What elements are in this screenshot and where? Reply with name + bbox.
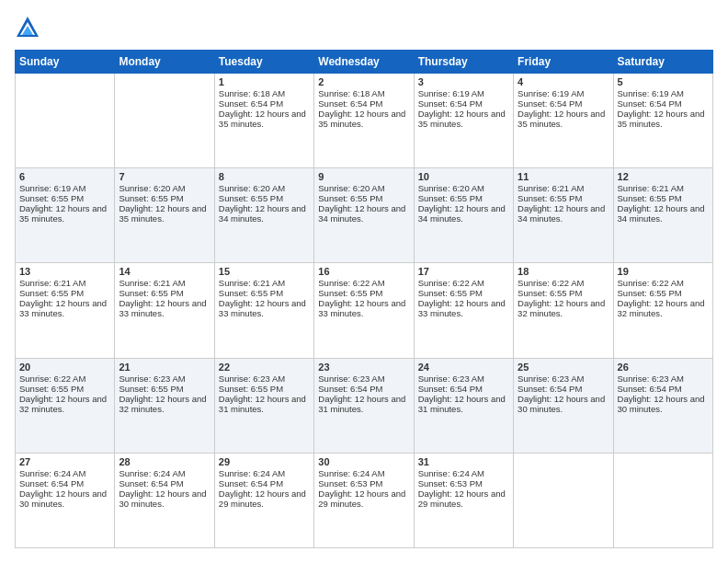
calendar-cell: 3Sunrise: 6:19 AMSunset: 6:54 PMDaylight… (414, 74, 513, 168)
sunset-text: Sunset: 6:55 PM (318, 288, 409, 298)
sunrise-text: Sunrise: 6:22 AM (418, 278, 509, 288)
sunrise-text: Sunrise: 6:24 AM (19, 468, 110, 478)
day-number: 21 (119, 362, 210, 373)
calendar-header-saturday: Saturday (613, 51, 712, 74)
calendar-cell: 18Sunrise: 6:22 AMSunset: 6:55 PMDayligh… (514, 263, 613, 358)
daylight-text: Daylight: 12 hours and 32 minutes. (518, 298, 609, 318)
daylight-text: Daylight: 12 hours and 33 minutes. (219, 298, 310, 318)
sunset-text: Sunset: 6:55 PM (19, 288, 110, 298)
sunset-text: Sunset: 6:54 PM (19, 478, 110, 488)
sunrise-text: Sunrise: 6:23 AM (518, 373, 609, 384)
day-number: 31 (418, 456, 509, 467)
sunset-text: Sunset: 6:54 PM (518, 384, 609, 394)
daylight-text: Daylight: 12 hours and 34 minutes. (518, 203, 609, 224)
sunset-text: Sunset: 6:55 PM (318, 193, 409, 203)
calendar-cell: 16Sunrise: 6:22 AMSunset: 6:55 PMDayligh… (314, 263, 414, 358)
sunset-text: Sunset: 6:55 PM (219, 384, 310, 394)
sunrise-text: Sunrise: 6:23 AM (219, 373, 310, 384)
sunset-text: Sunset: 6:53 PM (318, 478, 409, 488)
sunset-text: Sunset: 6:55 PM (19, 193, 110, 203)
sunset-text: Sunset: 6:55 PM (518, 288, 609, 298)
calendar-cell: 27Sunrise: 6:24 AMSunset: 6:54 PMDayligh… (16, 453, 115, 547)
calendar-cell: 1Sunrise: 6:18 AMSunset: 6:54 PMDaylight… (214, 74, 313, 168)
calendar-cell: 10Sunrise: 6:20 AMSunset: 6:55 PMDayligh… (414, 168, 513, 263)
sunset-text: Sunset: 6:54 PM (119, 478, 210, 488)
calendar-header-friday: Friday (514, 51, 613, 74)
calendar-cell (16, 74, 115, 168)
day-number: 8 (219, 171, 310, 182)
sunset-text: Sunset: 6:55 PM (19, 384, 110, 394)
sunset-text: Sunset: 6:55 PM (418, 193, 509, 203)
calendar-header-row: SundayMondayTuesdayWednesdayThursdayFrid… (16, 51, 713, 74)
sunrise-text: Sunrise: 6:20 AM (318, 183, 409, 193)
calendar-week-1: 1Sunrise: 6:18 AMSunset: 6:54 PMDaylight… (16, 74, 713, 168)
calendar-cell: 31Sunrise: 6:24 AMSunset: 6:53 PMDayligh… (414, 453, 513, 547)
day-number: 17 (418, 266, 509, 277)
sunset-text: Sunset: 6:54 PM (219, 98, 310, 109)
day-number: 2 (318, 76, 409, 87)
sunset-text: Sunset: 6:54 PM (418, 384, 509, 394)
calendar-cell: 11Sunrise: 6:21 AMSunset: 6:55 PMDayligh… (514, 168, 613, 263)
sunrise-text: Sunrise: 6:19 AM (19, 183, 110, 193)
calendar-cell: 8Sunrise: 6:20 AMSunset: 6:55 PMDaylight… (214, 168, 313, 263)
calendar-cell: 5Sunrise: 6:19 AMSunset: 6:54 PMDaylight… (613, 74, 712, 168)
sunset-text: Sunset: 6:54 PM (418, 98, 509, 109)
day-number: 14 (119, 266, 210, 277)
day-number: 26 (618, 362, 709, 373)
sunset-text: Sunset: 6:54 PM (219, 478, 310, 488)
calendar-cell: 12Sunrise: 6:21 AMSunset: 6:55 PMDayligh… (613, 168, 712, 263)
calendar-cell: 25Sunrise: 6:23 AMSunset: 6:54 PMDayligh… (514, 358, 613, 453)
sunset-text: Sunset: 6:55 PM (418, 288, 509, 298)
calendar-cell: 7Sunrise: 6:20 AMSunset: 6:55 PMDaylight… (115, 168, 214, 263)
daylight-text: Daylight: 12 hours and 33 minutes. (418, 298, 509, 318)
day-number: 1 (219, 76, 310, 87)
sunrise-text: Sunrise: 6:20 AM (119, 183, 210, 193)
calendar-week-3: 13Sunrise: 6:21 AMSunset: 6:55 PMDayligh… (16, 263, 713, 358)
calendar-cell: 13Sunrise: 6:21 AMSunset: 6:55 PMDayligh… (16, 263, 115, 358)
sunrise-text: Sunrise: 6:22 AM (518, 278, 609, 288)
daylight-text: Daylight: 12 hours and 33 minutes. (119, 298, 210, 318)
daylight-text: Daylight: 12 hours and 33 minutes. (318, 298, 409, 318)
calendar-week-4: 20Sunrise: 6:22 AMSunset: 6:55 PMDayligh… (16, 358, 713, 453)
calendar-cell: 29Sunrise: 6:24 AMSunset: 6:54 PMDayligh… (214, 453, 313, 547)
day-number: 4 (518, 76, 609, 87)
daylight-text: Daylight: 12 hours and 29 minutes. (219, 488, 310, 509)
calendar-cell: 9Sunrise: 6:20 AMSunset: 6:55 PMDaylight… (314, 168, 414, 263)
daylight-text: Daylight: 12 hours and 30 minutes. (618, 394, 709, 414)
day-number: 25 (518, 362, 609, 373)
daylight-text: Daylight: 12 hours and 34 minutes. (219, 203, 310, 224)
calendar-cell: 6Sunrise: 6:19 AMSunset: 6:55 PMDaylight… (16, 168, 115, 263)
sunrise-text: Sunrise: 6:21 AM (618, 183, 709, 193)
calendar-cell: 26Sunrise: 6:23 AMSunset: 6:54 PMDayligh… (613, 358, 712, 453)
daylight-text: Daylight: 12 hours and 35 minutes. (518, 109, 609, 129)
daylight-text: Daylight: 12 hours and 35 minutes. (618, 109, 709, 129)
sunrise-text: Sunrise: 6:19 AM (418, 88, 509, 98)
sunrise-text: Sunrise: 6:21 AM (518, 183, 609, 193)
daylight-text: Daylight: 12 hours and 29 minutes. (318, 488, 409, 509)
daylight-text: Daylight: 12 hours and 30 minutes. (119, 488, 210, 509)
sunrise-text: Sunrise: 6:21 AM (219, 278, 310, 288)
sunrise-text: Sunrise: 6:18 AM (318, 88, 409, 98)
sunset-text: Sunset: 6:55 PM (518, 193, 609, 203)
calendar-header-tuesday: Tuesday (214, 51, 313, 74)
daylight-text: Daylight: 12 hours and 32 minutes. (119, 394, 210, 414)
daylight-text: Daylight: 12 hours and 34 minutes. (318, 203, 409, 224)
day-number: 24 (418, 362, 509, 373)
sunrise-text: Sunrise: 6:21 AM (19, 278, 110, 288)
day-number: 7 (119, 171, 210, 182)
calendar-cell (514, 453, 613, 547)
sunrise-text: Sunrise: 6:20 AM (418, 183, 509, 193)
calendar-header-sunday: Sunday (16, 51, 115, 74)
calendar-header-thursday: Thursday (414, 51, 513, 74)
day-number: 20 (19, 362, 110, 373)
day-number: 11 (518, 171, 609, 182)
sunrise-text: Sunrise: 6:23 AM (318, 373, 409, 384)
sunrise-text: Sunrise: 6:24 AM (418, 468, 509, 478)
sunset-text: Sunset: 6:55 PM (119, 384, 210, 394)
day-number: 10 (418, 171, 509, 182)
day-number: 3 (418, 76, 509, 87)
day-number: 28 (119, 456, 210, 467)
calendar-cell (613, 453, 712, 547)
day-number: 5 (618, 76, 709, 87)
day-number: 19 (618, 266, 709, 277)
